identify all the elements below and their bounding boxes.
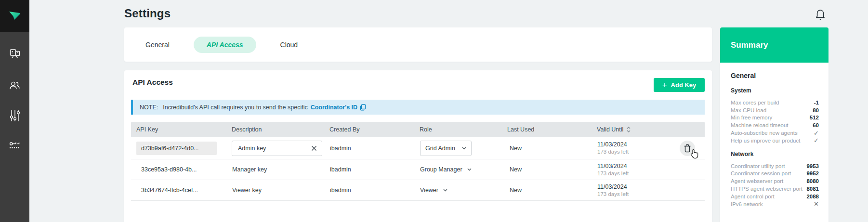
summary-network-list: Coordinator utility port 9953 Coordinato… [731, 162, 819, 208]
api-key-value[interactable]: d73b9af6-d472-4d0... [136, 142, 217, 155]
chevron-down-icon [467, 168, 472, 171]
api-keys-table: API Key Description Created By Role Last… [131, 122, 705, 201]
summary-item: Max cores per build -1 [731, 99, 819, 106]
note-banner: NOTE: Incredibuild's API call requires y… [131, 100, 705, 115]
description: Viewer key [226, 187, 324, 194]
api-key-value: 33ce95a3-d980-4b... [131, 166, 226, 173]
summary-item: Help us improve our product ✓ [731, 137, 819, 144]
add-key-label: Add Key [671, 81, 697, 89]
summary-item: Agent control port 2088 [731, 193, 819, 200]
sidebar [0, 0, 29, 222]
section-title: API Access [132, 78, 173, 87]
check-icon: ✓ [814, 137, 819, 144]
sidebar-item-api-keys[interactable] [0, 136, 29, 156]
col-valid-until: Valid Until [592, 126, 672, 133]
created-by: ibadmin [324, 145, 414, 152]
table-row: 3b347674-ffcb-4cef... Viewer key ibadmin… [131, 180, 705, 201]
row-actions [672, 137, 705, 159]
valid-until: 11/03/2024 173 days left [592, 141, 672, 156]
table-row: d73b9af6-d472-4d0... ibadmin Grid Admin … [131, 137, 705, 159]
summary-title: Summary [731, 40, 768, 50]
trash-icon [684, 144, 691, 153]
summary-group-network: Network [731, 151, 819, 158]
description-input-wrap [232, 141, 322, 156]
col-role: Role [414, 126, 502, 133]
valid-until: 11/03/2024 173 days left [592, 183, 672, 198]
role-dropdown[interactable]: Viewer [414, 187, 447, 194]
sliders-icon [9, 109, 21, 122]
tab-general[interactable]: General [145, 37, 171, 53]
sidebar-item-settings[interactable] [0, 106, 29, 125]
last-used: New [502, 187, 592, 194]
summary-item: Auto-subscribe new agents ✓ [731, 129, 819, 137]
api-key-icon [9, 141, 21, 151]
description: Manager key [226, 166, 324, 173]
col-last-used: Last Used [502, 126, 592, 133]
app-logo[interactable] [0, 0, 29, 32]
role-dropdown[interactable]: Grid Admin [420, 141, 472, 156]
cross-icon: ✕ [814, 200, 819, 208]
add-key-button[interactable]: + Add Key [654, 78, 705, 92]
row-actions [672, 159, 705, 180]
summary-section-title: General [731, 71, 819, 80]
delete-key-button[interactable] [680, 141, 695, 156]
settings-tabs: General API Access Cloud [124, 27, 712, 62]
summary-item: Machine reload timeout 60 [731, 121, 819, 129]
table-row: 33ce95a3-d980-4b... Manager key ibadmin … [131, 159, 705, 180]
sidebar-item-users[interactable] [0, 76, 29, 95]
summary-panel: General System Max cores per build -1 Ma… [720, 63, 829, 222]
valid-until: 11/03/2024 173 days left [592, 162, 672, 177]
table-header: API Key Description Created By Role Last… [131, 122, 705, 137]
col-api-key: API Key [131, 126, 226, 133]
coordinator-id-link[interactable]: Coordinator's ID [311, 104, 357, 111]
created-by: ibadmin [324, 187, 414, 194]
summary-group-system: System [731, 87, 819, 94]
note-text: Incredibuild's API call requires you to … [163, 104, 307, 111]
summary-header: Summary [720, 27, 829, 63]
sidebar-item-machines[interactable] [0, 44, 29, 64]
grid-machines-icon [9, 48, 21, 60]
description-input[interactable] [232, 141, 322, 156]
api-key-value: 3b347674-ffcb-4cef... [131, 187, 226, 194]
summary-item: HTTPS agent webserver port 8081 [731, 185, 819, 193]
summary-system-list: Max cores per build -1 Max CPU load 80 M… [731, 99, 819, 144]
summary-item: Min free memory 512 [731, 114, 819, 122]
summary-item: Coordinator session port 9952 [731, 170, 819, 178]
role-dropdown[interactable]: Group Manager [414, 166, 472, 173]
chevron-down-icon [443, 189, 447, 192]
col-description: Description [226, 126, 324, 133]
col-created-by: Created By [324, 126, 414, 133]
summary-item: Agent webserver port 8080 [731, 177, 819, 185]
api-access-panel: API Access + Add Key NOTE: Incredibuild'… [124, 70, 712, 222]
last-used: New [502, 145, 592, 152]
summary-item: Coordinator utility port 9953 [731, 162, 819, 170]
last-used: New [502, 166, 592, 173]
row-actions [672, 180, 705, 200]
clear-input-icon[interactable] [310, 144, 318, 152]
bell-icon [815, 8, 826, 22]
tab-cloud[interactable]: Cloud [279, 37, 299, 53]
copy-icon[interactable] [360, 104, 366, 111]
incredibuild-logo-icon [9, 11, 21, 22]
note-prefix: NOTE: [140, 104, 158, 111]
chevron-down-icon [462, 147, 466, 150]
notifications-button[interactable] [813, 7, 828, 23]
sort-icon[interactable] [627, 127, 631, 132]
check-icon: ✓ [814, 130, 819, 137]
summary-item: IPv6 network ✕ [731, 200, 819, 208]
tab-api-access[interactable]: API Access [194, 37, 256, 53]
users-icon [9, 79, 21, 91]
created-by: ibadmin [324, 166, 414, 173]
plus-icon: + [662, 81, 667, 89]
page-title: Settings [124, 7, 171, 20]
summary-item: Max CPU load 80 [731, 106, 819, 114]
